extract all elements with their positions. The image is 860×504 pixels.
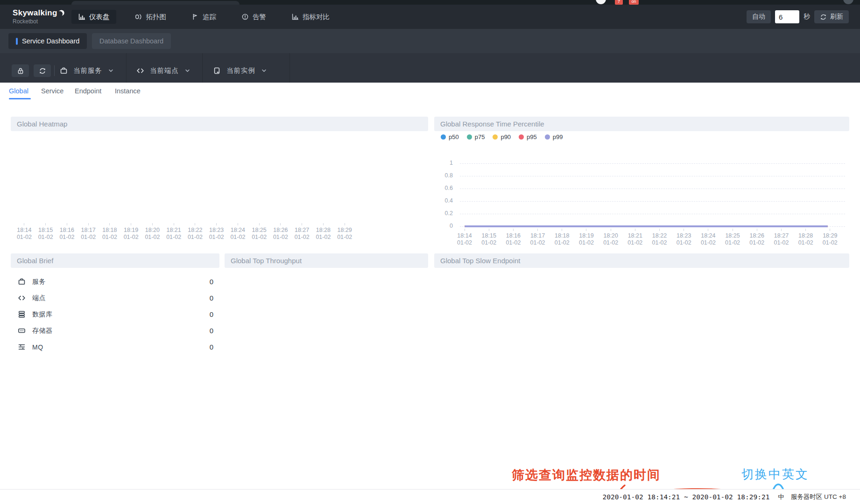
browser-tab-remnant xyxy=(71,1,240,5)
brief-value: 0 xyxy=(210,327,213,335)
menu-item-label: 指标对比 xyxy=(303,13,330,21)
menu-item-label: 拓扑图 xyxy=(146,13,167,21)
x-axis-label: 18:2501-02 xyxy=(720,229,745,246)
lock-button[interactable] xyxy=(12,64,29,77)
interval-input[interactable] xyxy=(775,10,799,23)
menu-item-topology[interactable]: 拓扑图 xyxy=(128,10,173,24)
brief-row-database: 数据库 0 xyxy=(11,306,219,322)
refresh-label: 刷新 xyxy=(830,13,843,21)
selector-label: 当前端点 xyxy=(150,66,179,75)
server-timezone-label: 服务器时区 UTC +8 xyxy=(791,493,846,501)
panel-response-time-percentile: Global Response Time Percentile p50p75p9… xyxy=(434,117,849,252)
avatar[interactable] xyxy=(596,0,606,4)
seconds-label: 秒 xyxy=(804,13,810,21)
gridline xyxy=(460,163,845,164)
x-axis-label: 18:1401-02 xyxy=(452,229,477,246)
current-endpoint-selector[interactable]: 当前端点 xyxy=(136,63,190,77)
gridline xyxy=(460,189,845,189)
auto-refresh-button[interactable]: 自动 xyxy=(747,10,771,23)
percentile-x-axis: 18:1401-0218:1501-0218:1601-0218:1701-02… xyxy=(452,229,842,246)
chevron-down-icon xyxy=(261,68,267,74)
menu-item-alarm[interactable]: 告警 xyxy=(235,10,273,24)
panel-title: Global Heatmap xyxy=(11,117,428,131)
endpoint-icon xyxy=(136,67,144,75)
tab-label: Service Dashboard xyxy=(22,37,79,45)
menu-item-dashboard[interactable]: 仪表盘 xyxy=(71,10,116,24)
x-axis-label: 18:2401-02 xyxy=(696,229,720,246)
x-axis-label: 18:2601-02 xyxy=(270,223,291,241)
reload-scope-button[interactable] xyxy=(34,64,51,77)
x-axis-label: 18:2901-02 xyxy=(334,223,355,241)
refresh-button[interactable]: 刷新 xyxy=(814,10,849,23)
x-axis-label: 18:1501-02 xyxy=(35,223,56,241)
tab-service-dashboard[interactable]: Service Dashboard xyxy=(8,33,87,49)
menu-item-compare[interactable]: 指标对比 xyxy=(285,10,336,24)
brief-row-mq: MQ 0 xyxy=(11,339,219,355)
logo-subtitle: Rocketbot xyxy=(13,18,65,25)
y-axis-label: 0.2 xyxy=(434,210,453,217)
brief-row-service: 服务 0 xyxy=(11,273,219,290)
panel-title: Global Top Throughput xyxy=(225,253,428,268)
top-nav: Skywalking Rocketbot 仪表盘 拓扑图 追踪 告警 指标对比 xyxy=(0,5,860,29)
chevron-down-icon xyxy=(184,68,190,74)
series-line-p99 xyxy=(465,225,828,227)
app-logo[interactable]: Skywalking Rocketbot xyxy=(13,8,65,25)
tab-service[interactable]: Service xyxy=(41,87,63,95)
x-axis-label: 18:2301-02 xyxy=(672,229,696,246)
x-axis-label: 18:2201-02 xyxy=(184,223,206,241)
tab-global[interactable]: Global xyxy=(9,87,28,95)
x-axis-label: 18:2701-02 xyxy=(769,229,793,246)
divider xyxy=(289,53,290,83)
alarm-icon xyxy=(241,13,249,21)
tab-endpoint[interactable]: Endpoint xyxy=(75,87,101,95)
x-axis-label: 18:2801-02 xyxy=(794,229,818,246)
x-axis-label: 18:1701-02 xyxy=(526,229,550,246)
divider xyxy=(202,53,203,83)
x-axis-label: 18:2101-02 xyxy=(163,223,184,241)
browser-menu-icon[interactable] xyxy=(843,0,853,4)
extension-badge[interactable]: 7 xyxy=(615,0,623,5)
panel-title: Global Brief xyxy=(11,253,219,268)
browser-chrome-remnant: 7 on xyxy=(0,0,860,5)
current-service-selector[interactable]: 当前服务 xyxy=(60,63,114,77)
time-range-picker[interactable]: 2020-01-02 18:14:21 ~ 2020-01-02 18:29:2… xyxy=(602,493,769,501)
scope-toolbar: 当前服务 当前端点 当前实例 xyxy=(0,53,860,83)
x-axis-label: 18:2901-02 xyxy=(818,229,842,246)
x-axis-label: 18:2201-02 xyxy=(648,229,672,246)
tab-instance[interactable]: Instance xyxy=(115,87,141,95)
x-axis-label: 18:2001-02 xyxy=(599,229,623,246)
language-toggle[interactable]: 中 xyxy=(778,493,784,501)
extension-badge[interactable]: on xyxy=(629,0,639,5)
footer-bar: 2020-01-02 18:14:21 ~ 2020-01-02 18:29:2… xyxy=(0,489,860,504)
topology-icon xyxy=(135,13,142,21)
service-icon xyxy=(60,67,68,75)
active-tab-underline xyxy=(9,98,31,99)
tab-database-dashboard[interactable]: Database Dashboard xyxy=(92,33,171,49)
brief-row-endpoint: 端点 0 xyxy=(11,290,219,306)
view-tab-bar: Global Service Endpoint Instance xyxy=(0,83,860,100)
logo-title: Skywalking xyxy=(13,8,57,18)
refresh-icon xyxy=(820,14,827,21)
menu-item-trace[interactable]: 追踪 xyxy=(185,10,223,24)
x-axis-label: 18:1601-02 xyxy=(56,223,78,241)
x-axis-label: 18:1701-02 xyxy=(78,223,99,241)
panel-global-brief: Global Brief 服务 0 端点 0 数据库 0 存储器 0 MQ 0 xyxy=(11,253,219,361)
dashboard-icon xyxy=(78,13,85,21)
brief-value: 0 xyxy=(210,310,213,318)
x-axis-label: 18:1801-02 xyxy=(550,229,574,246)
current-instance-selector[interactable]: 当前实例 xyxy=(213,63,267,77)
x-axis-label: 18:2501-02 xyxy=(248,223,270,241)
x-axis-label: 18:2601-02 xyxy=(745,229,769,246)
main-menu: 仪表盘 拓扑图 追踪 告警 指标对比 xyxy=(71,10,336,24)
menu-item-label: 追踪 xyxy=(203,13,216,21)
x-axis-label: 18:1901-02 xyxy=(574,229,599,246)
gridline xyxy=(460,201,845,202)
heatmap-x-axis: 18:1401-0218:1501-0218:1601-0218:1701-02… xyxy=(14,223,355,241)
chevron-down-icon xyxy=(108,68,114,74)
brief-value: 0 xyxy=(210,343,213,351)
panel-top-slow-endpoint: Global Top Slow Endpoint xyxy=(434,253,849,268)
menu-item-label: 仪表盘 xyxy=(89,13,110,21)
x-axis-label: 18:1601-02 xyxy=(501,229,525,246)
annotation-time-filter: 筛选查询监控数据的时间 xyxy=(512,467,661,483)
brief-row-storage: 存储器 0 xyxy=(11,322,219,339)
